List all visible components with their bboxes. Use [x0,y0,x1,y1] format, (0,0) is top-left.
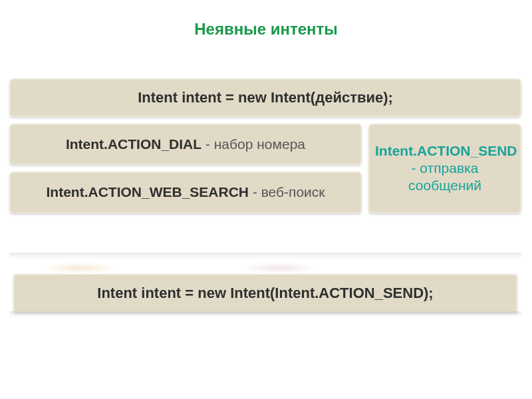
background-blur [239,263,319,273]
action-dial-desc: - набор номера [201,136,305,152]
actions-row: Intent.ACTION_DIAL - набор номера Intent… [9,124,521,213]
action-web-search-desc: - веб-поиск [249,184,325,200]
card-action-send: Intent.ACTION_SEND - отправка сообщений [368,124,521,213]
slide-title: Неявные интенты [0,20,532,39]
card-action-dial: Intent.ACTION_DIAL - набор номера [9,124,362,165]
action-web-search-constant: Intent.ACTION_WEB_SEARCH [46,184,249,200]
actions-left-column: Intent.ACTION_DIAL - набор номера Intent… [9,124,362,213]
action-send-desc: - отправка сообщений [408,160,481,193]
action-dial-constant: Intent.ACTION_DIAL [66,136,201,152]
card-action-web-search: Intent.ACTION_WEB_SEARCH - веб-поиск [9,172,362,213]
code-intent-constructor: Intent intent = new Intent(действие); [9,78,521,117]
divider-shadow [9,253,521,259]
action-send-constant: Intent.ACTION_SEND [375,143,517,158]
divider-shadow [9,311,521,318]
intent-actions-group: Intent intent = new Intent(действие); In… [9,78,521,213]
code-intent-action-send: Intent intent = new Intent(Intent.ACTION… [13,274,517,313]
background-blur [40,263,120,273]
